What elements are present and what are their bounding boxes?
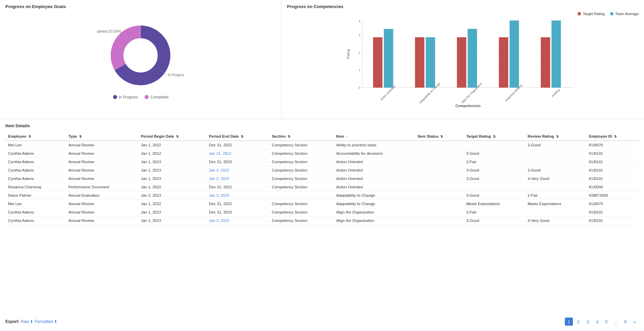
cell-type: Annual Review xyxy=(66,166,138,175)
cell-employee: Cynthia Adams xyxy=(5,149,66,158)
svg-text:3: 3 xyxy=(359,34,360,37)
cell-employee: Cynthia Adams xyxy=(5,208,66,217)
export-formatted-link[interactable]: Formatted ⬇ xyxy=(35,319,57,324)
legend-inprogress: In Progress xyxy=(113,95,138,99)
competencies-chart-panel: Progress on Competencies Target Rating T… xyxy=(282,0,644,119)
cell-item: Action Oriented xyxy=(333,158,415,166)
cell-section: Competency Section xyxy=(269,217,333,225)
cell-period-end: Dec 31, 2023 xyxy=(206,208,269,217)
goals-chart-title: Progress on Employee Goals xyxy=(5,4,276,9)
cell-item-status xyxy=(415,200,464,208)
cell-employee-id: KU0101 xyxy=(586,208,639,217)
cell-target-rating: 3-Good xyxy=(464,166,525,175)
cell-employee-id: KU0101 xyxy=(586,175,639,183)
legend-teamavg-dot xyxy=(610,12,613,15)
cell-employee: Mei Lee xyxy=(5,141,66,149)
table-footer: Export: Raw ⬇ Formatted ⬇ 1 2 3 4 5 ... … xyxy=(5,314,639,327)
col-period-begin[interactable]: Period Begin Date ⇅ xyxy=(138,132,206,141)
cell-target-rating: 3-Good xyxy=(464,217,525,225)
cell-employee-id: KU0101 xyxy=(586,217,639,225)
cell-item-status xyxy=(415,217,464,225)
cell-section: Competency Section xyxy=(269,166,333,175)
item-details-table: Employee ⇅ Type ⇅ Period Begin Date ⇅ Pe… xyxy=(5,132,639,225)
bar-g2-avg xyxy=(426,37,435,88)
export-raw-link[interactable]: Raw ⬇ xyxy=(21,319,33,324)
cell-target-rating: 3-Good xyxy=(464,191,525,200)
cell-type: Annual Review xyxy=(66,200,138,208)
competencies-chart-title: Progress on Competencies xyxy=(287,4,639,9)
bar-g2-target xyxy=(415,37,424,88)
cell-period-begin: Jan 1, 2022 xyxy=(138,183,206,191)
cell-period-end: Jan 3, 2023 xyxy=(206,166,269,175)
cell-review-rating: 3-Good xyxy=(525,166,586,175)
col-type[interactable]: Type ⇅ xyxy=(66,132,138,141)
cell-item-status xyxy=(415,141,464,149)
cell-period-end: Jan 3, 2023 xyxy=(206,217,269,225)
cell-period-begin: Jan 1, 2023 xyxy=(138,158,206,166)
col-section[interactable]: Section ⇅ xyxy=(269,132,333,141)
cell-employee-id: KU0101 xyxy=(586,158,639,166)
cell-item-status xyxy=(415,208,464,217)
cell-item: Accountability for decisions xyxy=(333,149,415,158)
download-raw-icon: ⬇ xyxy=(30,319,33,324)
col-target-rating[interactable]: Target Rating ⇅ xyxy=(464,132,525,141)
cell-employee-id: KU0101 xyxy=(586,149,639,158)
page-btn-9[interactable]: 9 xyxy=(621,318,629,326)
cell-employee-id: KU0046 xyxy=(586,183,639,191)
bar-g4-avg xyxy=(509,20,519,88)
completed-label: Completed (33.33%) xyxy=(97,30,121,33)
cell-employee-id: KU0076 xyxy=(586,141,639,149)
export-area: Export: Raw ⬇ Formatted ⬇ xyxy=(5,319,57,324)
col-period-end[interactable]: Period End Date ⇅ xyxy=(206,132,269,141)
cell-review-rating: 4-Very Good xyxy=(525,175,586,183)
cell-section: Competency Section xyxy=(269,208,333,217)
legend-teamavg-label: Team Average xyxy=(615,12,639,16)
col-review-rating[interactable]: Review Rating ⇅ xyxy=(525,132,586,141)
cell-period-begin: Jan 1, 2023 xyxy=(138,175,206,183)
cell-item-status xyxy=(415,191,464,200)
download-formatted-icon: ⬇ xyxy=(54,319,57,324)
col-item[interactable]: Item ↑ xyxy=(333,132,415,141)
cell-type: Performance Document xyxy=(66,183,138,191)
cell-section: Competency Section xyxy=(269,141,333,149)
cell-employee: Mei Lee xyxy=(5,200,66,208)
page-btn-2[interactable]: 2 xyxy=(574,318,582,326)
cell-item: Action Oriented xyxy=(333,175,415,183)
cell-employee: Cynthia Adams xyxy=(5,175,66,183)
cell-section: Competency Section xyxy=(269,158,333,166)
page-btn-5[interactable]: 5 xyxy=(602,318,610,326)
col-employee-id[interactable]: Employee ID ⇅ xyxy=(586,132,639,141)
cell-type: Annual Review xyxy=(66,158,138,166)
table-wrapper[interactable]: Employee ⇅ Type ⇅ Period Begin Date ⇅ Pe… xyxy=(5,132,639,314)
page-btn-1[interactable]: 1 xyxy=(565,318,573,326)
pagination: 1 2 3 4 5 ... 9 » xyxy=(565,318,639,326)
col-item-status[interactable]: Item Status ⇅ xyxy=(415,132,464,141)
cell-item-status xyxy=(415,175,464,183)
cell-period-end: Jan 2, 2023 xyxy=(206,175,269,183)
cell-section: Competency Section xyxy=(269,183,333,191)
cell-review-rating: 3-Good xyxy=(525,141,586,149)
cell-target-rating: 3-Good xyxy=(464,175,525,183)
cell-employee: Cynthia Adams xyxy=(5,217,66,225)
cell-period-end: Jan 31, 2012 xyxy=(206,149,269,158)
table-row: Cynthia Adams Annual Review Jan 1, 2023 … xyxy=(5,217,639,225)
col-employee[interactable]: Employee ⇅ xyxy=(5,132,66,141)
cell-employee: Rosanna Channing xyxy=(5,183,66,191)
bar-chart-svg: 0 1 2 3 4 Rating Action Oriente xyxy=(287,17,639,108)
cell-review-rating xyxy=(525,183,586,191)
cell-period-end: Dec 31, 2022 xyxy=(206,200,269,208)
bar-chart-legend: Target Rating Team Average xyxy=(287,12,639,16)
cell-type: Annual Review xyxy=(66,149,138,158)
donut-center xyxy=(124,39,157,72)
main-container: Progress on Employee Goals xyxy=(0,0,644,331)
cell-period-begin: Jan 1, 2022 xyxy=(138,141,206,149)
cell-period-begin: Jan 1, 2022 xyxy=(138,200,206,208)
page-btn-4[interactable]: 4 xyxy=(593,318,601,326)
cell-section: Competency Section xyxy=(269,149,333,158)
cell-item: Adaptability to Change xyxy=(333,200,415,208)
page-btn-3[interactable]: 3 xyxy=(584,318,592,326)
cell-type: Annual Review xyxy=(66,141,138,149)
page-btn-next[interactable]: » xyxy=(631,318,639,326)
table-row: Cynthia Adams Annual Review Jan 1, 2023 … xyxy=(5,208,639,217)
donut-container: Completed (33.33%) In Progress (66.67%) … xyxy=(5,12,276,106)
